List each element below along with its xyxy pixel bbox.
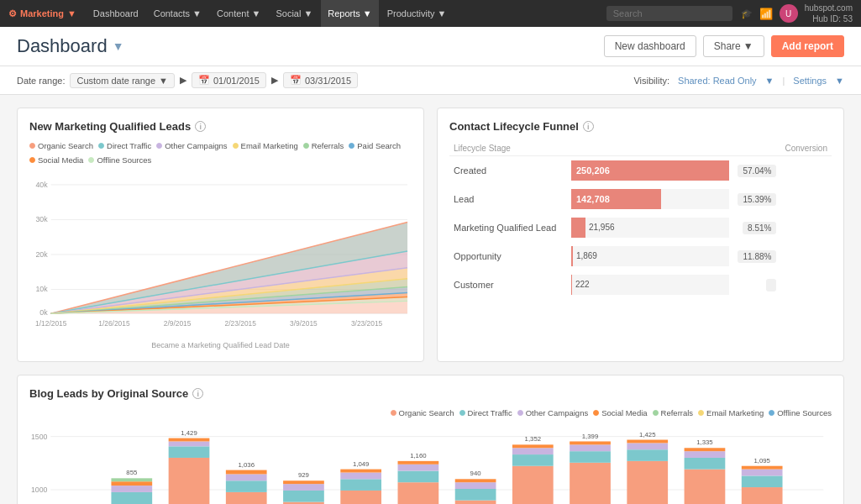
bar-g8-other <box>455 482 496 489</box>
bar-g7-other <box>398 465 439 471</box>
svg-text:40k: 40k <box>35 181 48 189</box>
main-content: New Marketing Qualified Leads i Organic … <box>0 95 861 504</box>
bar-g6-organic <box>340 491 381 504</box>
legend-dot-referrals <box>303 143 309 149</box>
bar-g10-social <box>570 441 611 444</box>
funnel-title-text: Contact Lifecycle Funnel <box>449 120 579 133</box>
blog-legend-label-direct: Direct Traffic <box>468 408 512 417</box>
bar-g9-direct <box>512 454 554 466</box>
blog-legend-label-other: Other Campaigns <box>526 408 588 417</box>
svg-text:1/26/2015: 1/26/2015 <box>98 319 130 328</box>
legend-label-offline: Offline Sources <box>97 155 151 165</box>
date-bar: Date range: Custom date range ▼ ▶ 📅 01/0… <box>0 66 861 95</box>
svg-text:1,049: 1,049 <box>353 460 369 468</box>
bar-g4-social <box>226 470 267 475</box>
stage-created: Created <box>449 156 567 186</box>
legend-direct: Direct Traffic <box>98 141 151 150</box>
date-range-type[interactable]: Custom date range ▼ <box>70 73 174 88</box>
nav-dashboard[interactable]: Dashboard <box>87 0 145 27</box>
end-date-picker[interactable]: 📅 03/31/2015 <box>283 72 358 88</box>
svg-text:2/23/2015: 2/23/2015 <box>225 319 257 328</box>
share-button[interactable]: Share ▼ <box>703 35 764 57</box>
blog-legend-dot-email <box>698 410 704 416</box>
bar-g6-other <box>340 473 381 480</box>
badge-opportunity: 11.88% <box>738 250 776 263</box>
bar-g7-organic <box>398 482 439 504</box>
blog-legend-dot-referrals <box>653 410 659 416</box>
bar-g8-direct <box>455 489 496 501</box>
legend-label-direct: Direct Traffic <box>107 141 151 150</box>
share-label: Share <box>714 40 741 52</box>
bar-created: 250,206 <box>567 156 733 186</box>
top-navigation: ⚙ Marketing ▼ Dashboard Contacts ▼ Conte… <box>0 0 861 27</box>
col-stage: Lifecycle Stage <box>449 141 567 156</box>
nav-items: Dashboard Contacts ▼ Content ▼ Social ▼ … <box>87 0 606 27</box>
svg-text:940: 940 <box>470 470 482 477</box>
count-opportunity: 1,869 <box>573 246 597 266</box>
funnel-row-customer: Customer 222 <box>449 270 832 299</box>
blog-legend-organic: Organic Search <box>391 408 454 417</box>
avatar[interactable]: U <box>780 4 798 23</box>
bar-g12-direct <box>685 458 726 470</box>
nav-content[interactable]: Content ▼ <box>210 0 267 27</box>
blog-legend-referrals: Referrals <box>653 408 694 417</box>
blog-info-icon[interactable]: i <box>192 388 203 399</box>
bar-g13-organic <box>742 487 783 504</box>
legend-label-organic: Organic Search <box>38 141 93 150</box>
nav-reports[interactable]: Reports ▼ <box>321 0 378 27</box>
cal-icon-end: 📅 <box>290 75 302 86</box>
date-range-label: Date range: <box>17 76 65 86</box>
stage-customer: Customer <box>449 270 567 299</box>
bar-opportunity: 1,869 <box>567 242 733 270</box>
svg-text:1,429: 1,429 <box>181 429 197 437</box>
settings-caret: ▼ <box>835 76 844 86</box>
funnel-card-title: Contact Lifecycle Funnel i <box>449 120 832 133</box>
brand-logo[interactable]: ⚙ Marketing ▼ <box>8 8 76 19</box>
blog-legend-label-organic: Organic Search <box>399 408 454 417</box>
bar-g9-social <box>512 444 554 448</box>
start-date-picker[interactable]: 📅 01/01/2015 <box>192 72 266 88</box>
range-type-value: Custom date range <box>76 76 155 86</box>
signal-icon[interactable]: 📶 <box>759 8 773 20</box>
funnel-row-opportunity: Opportunity 1,869 11.88% <box>449 242 832 270</box>
svg-text:1,399: 1,399 <box>582 433 598 440</box>
svg-text:1/12/2015: 1/12/2015 <box>35 319 67 328</box>
funnel-info-icon[interactable]: i <box>583 121 594 132</box>
blog-legend-label-email: Email Marketing <box>706 408 764 417</box>
blog-legend-label-offline: Offline Sources <box>777 408 832 417</box>
add-report-button[interactable]: Add report <box>771 35 844 57</box>
mql-chart-svg: 40k 30k 20k 10k 0k <box>29 171 412 335</box>
mql-legend: Organic Search Direct Traffic Other Camp… <box>29 141 412 165</box>
nav-productivity[interactable]: Productivity ▼ <box>381 0 454 27</box>
education-icon[interactable]: 🎓 <box>741 8 753 19</box>
svg-text:929: 929 <box>298 471 309 479</box>
legend-dot-email <box>233 143 239 149</box>
svg-text:1000: 1000 <box>31 486 48 494</box>
legend-dot-organic <box>29 143 35 149</box>
hub-id: Hub ID: 53 <box>805 13 853 24</box>
count-created: 250,206 <box>576 165 610 176</box>
brand-name: Marketing <box>20 8 64 18</box>
blog-legend-direct: Direct Traffic <box>459 408 512 417</box>
bar-g4-other <box>226 474 267 480</box>
search-input[interactable] <box>606 6 732 21</box>
visibility-value[interactable]: Shared: Read Only <box>678 76 757 86</box>
bar-g2-other <box>111 486 152 492</box>
blog-card-title: Blog Leads by Original Source i <box>29 387 832 400</box>
title-caret[interactable]: ▼ <box>113 39 124 53</box>
blog-legend-social: Social Media <box>593 408 647 417</box>
date-arrow: ▶ <box>180 75 186 86</box>
legend-offline: Offline Sources <box>88 155 151 165</box>
legend-dot-paid <box>349 143 354 149</box>
nav-contacts[interactable]: Contacts ▼ <box>147 0 208 27</box>
bar-g5-direct <box>283 491 324 502</box>
stage-mql: Marketing Qualified Lead <box>449 213 567 242</box>
new-dashboard-button[interactable]: New dashboard <box>604 35 696 57</box>
svg-text:1,160: 1,160 <box>410 452 427 459</box>
mql-info-icon[interactable]: i <box>195 121 206 132</box>
badge-created: 57.04% <box>738 165 776 177</box>
badge-mql: 8.51% <box>743 222 776 234</box>
bar-g13-direct <box>742 475 783 487</box>
settings-link[interactable]: Settings <box>793 76 827 86</box>
nav-social[interactable]: Social ▼ <box>269 0 319 27</box>
